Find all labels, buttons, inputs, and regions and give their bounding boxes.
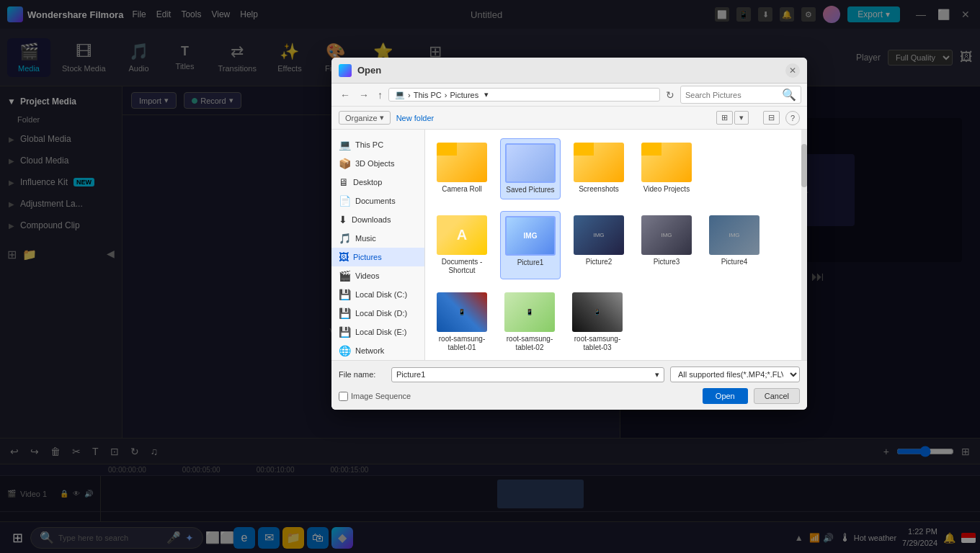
- camera-roll-thumb: [437, 143, 487, 182]
- docs-shortcut-thumb: A: [437, 215, 487, 255]
- search-icon: 🔍: [782, 88, 796, 102]
- content-scrollbar[interactable]: [801, 130, 807, 360]
- dialog-close-button[interactable]: ✕: [785, 63, 800, 78]
- dialog-sidebar: 💻 This PC 📦 3D Objects 🖥 Desktop 📄 Docum…: [331, 130, 425, 360]
- image-sequence-label[interactable]: Image Sequence: [339, 392, 411, 401]
- dialog-sidebar-local-c[interactable]: 💾 Local Disk (C:): [331, 285, 424, 304]
- picture3-content: IMG: [661, 232, 672, 238]
- samsung03-content: 📱: [594, 309, 601, 315]
- desktop-label: Desktop: [353, 178, 382, 186]
- filetype-select[interactable]: All supported files(*.MP4;*.FLV;: [670, 367, 800, 382]
- breadcrumb-this-pc[interactable]: This PC: [414, 91, 442, 99]
- view-buttons: ⊞ ▾: [716, 111, 749, 125]
- pane-button[interactable]: ⊟: [763, 111, 780, 125]
- search-box: 🔍: [680, 86, 801, 104]
- image-sequence-text: Image Sequence: [351, 392, 411, 400]
- file-documents-shortcut[interactable]: A Documents - Shortcut: [432, 211, 491, 279]
- file-samsung-01[interactable]: 📱 root-samsung-tablet-01: [432, 288, 491, 356]
- file-picture4[interactable]: IMG Picture4: [705, 211, 764, 279]
- open-button[interactable]: Open: [703, 388, 748, 404]
- nav-refresh-button[interactable]: ↻: [663, 88, 677, 102]
- 3d-objects-label: 3D Objects: [355, 159, 394, 168]
- desktop-icon: 🖥: [339, 176, 349, 188]
- breadcrumb-separator-2: ›: [445, 91, 447, 99]
- file-picture2[interactable]: IMG Picture2: [569, 211, 628, 279]
- local-d-label: Local Disk (D:): [355, 309, 407, 318]
- picture1-thumb: IMG: [505, 216, 556, 256]
- organize-button[interactable]: Organize ▾: [339, 111, 391, 125]
- local-c-icon: 💾: [339, 289, 351, 300]
- dialog-sidebar-desktop[interactable]: 🖥 Desktop: [331, 173, 424, 192]
- cancel-label: Cancel: [765, 392, 789, 400]
- docs-icon: A: [458, 228, 466, 243]
- samsung02-label: root-samsung-tablet-02: [504, 335, 555, 352]
- video-projects-thumb: [641, 143, 692, 182]
- documents-label: Documents: [355, 197, 396, 205]
- dialog-sidebar-documents[interactable]: 📄 Documents: [331, 192, 424, 210]
- folder-camera-roll[interactable]: Camera Roll: [432, 138, 491, 199]
- filename-chevron-icon[interactable]: ▾: [655, 370, 659, 379]
- view-toggle-button[interactable]: ▾: [734, 111, 749, 125]
- samsung03-label: root-samsung-tablet-03: [572, 335, 623, 352]
- documents-icon: 📄: [339, 195, 351, 207]
- network-label: Network: [355, 346, 384, 355]
- view-details-button[interactable]: ⊞: [716, 111, 733, 125]
- footer-actions: Image Sequence Open Cancel: [339, 388, 800, 404]
- folder-screenshots[interactable]: Screenshots: [569, 138, 628, 199]
- dialog-sidebar-pictures[interactable]: 🖼 Pictures: [331, 248, 424, 266]
- dialog-sidebar-music[interactable]: 🎵 Music: [331, 229, 424, 248]
- samsung02-thumb: 📱: [504, 292, 555, 332]
- dialog-overlay: Open ✕ ← → ↑ 💻 › This PC › Pictures ▾ ↻ …: [0, 0, 980, 553]
- dialog-titlebar: Open ✕: [331, 58, 807, 84]
- open-dialog: Open ✕ ← → ↑ 💻 › This PC › Pictures ▾ ↻ …: [331, 58, 807, 410]
- nav-up-button[interactable]: ↑: [375, 88, 386, 102]
- videos-icon: 🎬: [339, 270, 351, 282]
- dialog-sidebar-this-pc[interactable]: 💻 This PC: [331, 135, 424, 154]
- local-e-label: Local Disk (E:): [355, 328, 407, 336]
- file-samsung-03[interactable]: 📱 root-samsung-tablet-03: [568, 288, 627, 356]
- pictures-icon: 🖼: [339, 251, 349, 263]
- 3d-objects-icon: 📦: [339, 158, 351, 169]
- dialog-sidebar-local-e[interactable]: 💾 Local Disk (E:): [331, 323, 424, 341]
- dialog-sidebar-videos[interactable]: 🎬 Videos: [331, 266, 424, 285]
- open-label: Open: [716, 392, 735, 400]
- music-label: Music: [355, 234, 376, 243]
- file-samsung-02[interactable]: 📱 root-samsung-tablet-02: [500, 288, 559, 356]
- dialog-body: 💻 This PC 📦 3D Objects 🖥 Desktop 📄 Docum…: [331, 130, 807, 360]
- new-folder-button[interactable]: New folder: [396, 114, 435, 122]
- file-picture1[interactable]: IMG Picture1: [500, 211, 561, 279]
- saved-pictures-label: Saved Pictures: [506, 186, 554, 194]
- dialog-footer: File name: ▾ All supported files(*.MP4;*…: [331, 360, 807, 410]
- breadcrumb-pictures[interactable]: Pictures: [450, 91, 478, 99]
- dialog-sidebar-local-d[interactable]: 💾 Local Disk (D:): [331, 304, 424, 323]
- picture4-thumb: IMG: [709, 215, 760, 255]
- folder-saved-pictures[interactable]: Saved Pictures: [500, 138, 561, 199]
- dialog-title: Open: [357, 65, 785, 76]
- nav-back-button[interactable]: ←: [337, 88, 353, 102]
- organize-chevron-icon: ▾: [380, 113, 384, 122]
- search-input[interactable]: [685, 91, 779, 99]
- file-picture3[interactable]: IMG Picture3: [637, 211, 696, 279]
- picture3-thumb: IMG: [641, 215, 692, 255]
- nav-forward-button[interactable]: →: [356, 88, 372, 102]
- cancel-button[interactable]: Cancel: [754, 388, 800, 404]
- this-pc-icon: 💻: [339, 139, 351, 150]
- image-sequence-checkbox[interactable]: [339, 392, 348, 401]
- screenshots-thumb: [574, 143, 624, 182]
- breadcrumb-icon: 💻: [395, 90, 405, 99]
- music-icon: 🎵: [339, 233, 351, 244]
- dialog-sidebar-downloads[interactable]: ⬇ Downloads: [331, 210, 424, 229]
- picture2-thumb: IMG: [574, 215, 624, 255]
- help-button[interactable]: ?: [785, 111, 800, 125]
- samsung01-thumb: 📱: [437, 292, 487, 332]
- dialog-actions-bar: Organize ▾ New folder ⊞ ▾ ⊟ ?: [331, 107, 807, 130]
- dialog-sidebar-network[interactable]: 🌐 Network: [331, 341, 424, 360]
- folder-video-projects[interactable]: Video Projects: [637, 138, 696, 199]
- file-items-grid: A Documents - Shortcut IMG Picture1 IMG: [431, 210, 801, 358]
- breadcrumb-chevron-icon[interactable]: ▾: [484, 90, 489, 99]
- dialog-sidebar-3d-objects[interactable]: 📦 3D Objects: [331, 154, 424, 173]
- picture1-label: Picture1: [517, 258, 544, 267]
- dialog-logo-icon: [339, 64, 352, 77]
- filename-input[interactable]: [396, 370, 655, 379]
- saved-pictures-thumb: [505, 143, 556, 183]
